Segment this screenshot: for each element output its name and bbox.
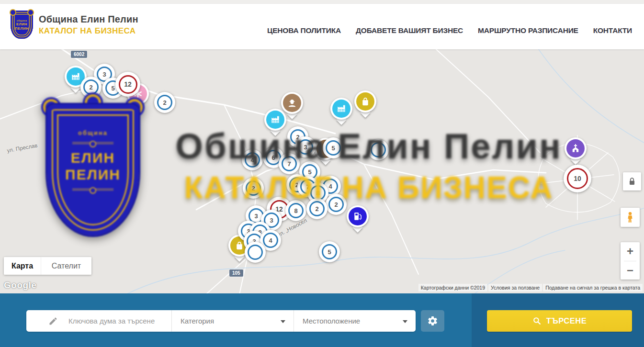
watermark-subtitle: КАТАЛОГ НА БИЗНЕСА [158,170,579,205]
factory-icon [270,114,281,125]
site-subtitle: КАТАЛОГ НА БИЗНЕСА [39,26,138,36]
keyword-search-input[interactable] [68,316,163,325]
shield-top-text: община [78,129,108,136]
google-logo[interactable]: Google [4,280,36,291]
street-view-pegman-button[interactable] [621,208,640,227]
page: община ЕЛИН ПЕЛИН Община Елин Пелин КАТА… [0,0,644,347]
search-button-label: ТЪРСЕНЕ [546,316,587,325]
shield-name-line2: ПЕЛИН [65,167,121,183]
lock-button[interactable] [623,172,641,190]
main-nav: ЦЕНОВА ПОЛИТИКАДОБАВЕТЕ ВАШИЯТ БИЗНЕСМАР… [267,4,632,49]
site-logo[interactable]: община ЕЛИН ПЕЛИН Община Елин Пелин КАТА… [11,11,138,39]
map-canvas[interactable]: ул. Преславбул. „Новосел 6002105 3251222… [0,49,644,293]
watermark-title: Община Елин Пелин [153,126,584,167]
lock-icon [627,176,637,187]
map-type-satellite-button[interactable]: Сателит [41,257,91,275]
map-pin-fuel[interactable] [347,205,369,227]
search-button[interactable]: ТЪРСЕНЕ [487,310,632,332]
cluster-marker[interactable]: 5 [319,241,340,262]
chevron-down-icon [281,320,285,323]
header: община ЕЛИН ПЕЛИН Община Елин Пелин КАТА… [0,4,644,49]
map-type-control: Карта Сателит [4,257,91,275]
gear-icon [427,315,438,326]
zoom-out-button[interactable]: − [621,261,640,280]
cluster-marker[interactable]: 12 [115,72,140,97]
factory-icon [70,71,81,82]
site-title: Община Елин Пелин [39,14,138,25]
road-badge: 6002 [71,51,87,58]
map-attribution: Картографски данни ©2019Условия за ползв… [418,284,643,291]
pegman-icon [624,211,636,224]
zoom-in-button[interactable]: + [621,242,640,261]
site-title-block: Община Елин Пелин КАТАЛОГ НА БИЗНЕСА [39,14,138,36]
map-pin-factory[interactable] [330,98,352,120]
shield-small-name: ЕЛИН ПЕЛИН [11,22,33,31]
cluster-marker[interactable]: 2 [154,92,175,113]
map-attribution-link-1[interactable]: Условия за ползване [488,284,542,291]
shopping-bag-icon [360,96,371,107]
zoom-control: + − [621,242,640,280]
cluster-marker[interactable] [245,242,266,263]
category-select-label: Категория [181,317,214,325]
search-input-group: Категория Местоположение [26,310,416,332]
search-bar: Категория Местоположение ТЪРСЕНЕ [0,293,644,347]
shield-flourish [72,189,113,190]
advanced-search-button[interactable] [421,310,444,332]
nav-item-3[interactable]: КОНТАКТИ [593,26,632,35]
top-strip [0,0,644,4]
map-pin-shopping-bag[interactable] [354,90,376,112]
map-type-map-button[interactable]: Карта [4,257,41,275]
worker-icon [287,98,298,109]
road-badge: 105 [229,269,243,277]
shield-name-line1: ЕЛИН [71,150,115,167]
factory-icon [336,103,347,114]
map-attribution-link-2[interactable]: Подаване на сигнал за грешка в картата [543,284,643,291]
location-select-label: Местоположение [303,317,360,325]
chevron-down-icon [403,320,407,323]
keyword-section [26,310,171,332]
shield-flourish [72,142,113,144]
municipality-shield-logo: община ЕЛИН ПЕЛИН [11,11,33,39]
search-icon [532,316,542,325]
watermark-shield: община ЕЛИН ПЕЛИН [45,103,140,237]
shield-body: община ЕЛИН ПЕЛИН [45,103,140,237]
pencil-icon [48,316,58,326]
fuel-icon [352,211,363,222]
category-select[interactable]: Категория [171,310,294,332]
nav-item-0[interactable]: ЦЕНОВА ПОЛИТИКА [267,26,341,35]
map-attribution-link-0[interactable]: Картографски данни ©2019 [418,284,487,291]
nav-item-1[interactable]: ДОБАВЕТЕ ВАШИЯТ БИЗНЕС [356,26,463,35]
nav-item-2[interactable]: МАРШРУТНО РАЗПИСАНИЕ [478,26,578,35]
location-select[interactable]: Местоположение [294,310,416,332]
